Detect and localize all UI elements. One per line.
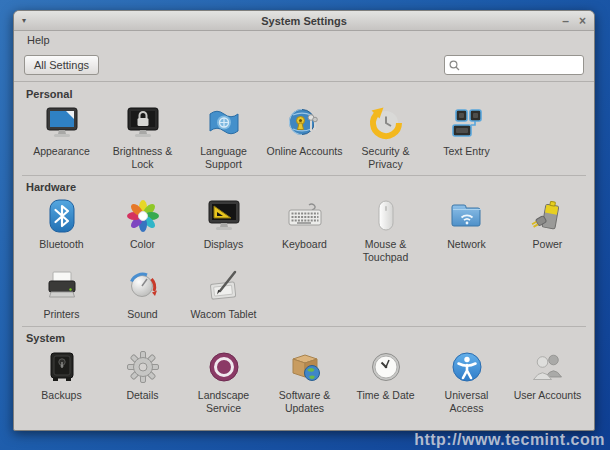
settings-item-label: Sound	[127, 308, 157, 321]
settings-item-label: Network	[447, 238, 486, 251]
settings-item-label: Language Support	[185, 145, 263, 170]
search-box[interactable]	[444, 55, 584, 75]
titlebar[interactable]: ▾ System Settings – ×	[14, 11, 594, 31]
personal-grid: Appearance Brightness & Lock	[14, 103, 594, 173]
section-divider	[22, 175, 586, 176]
settings-item-label: Mouse & Touchpad	[347, 238, 425, 263]
settings-item-online-accounts[interactable]: Online Accounts	[264, 103, 345, 170]
section-divider	[22, 326, 586, 327]
mouse-touchpad-icon	[366, 196, 406, 236]
backups-icon	[42, 347, 82, 387]
user-accounts-icon	[528, 347, 568, 387]
settings-item-appearance[interactable]: Appearance	[21, 103, 102, 170]
settings-item-network[interactable]: Network	[426, 196, 507, 263]
settings-item-label: Displays	[204, 238, 244, 251]
settings-item-landscape-service[interactable]: Landscape Service	[183, 347, 264, 414]
settings-item-color[interactable]: Color	[102, 196, 183, 263]
settings-item-security-privacy[interactable]: Security & Privacy	[345, 103, 426, 170]
settings-item-label: Time & Date	[357, 389, 415, 402]
settings-item-label: Wacom Tablet	[191, 308, 257, 321]
minimize-button[interactable]: –	[562, 15, 569, 27]
hardware-grid: Bluetooth	[14, 196, 594, 324]
settings-item-sound[interactable]: Sound	[102, 266, 183, 321]
power-icon	[528, 196, 568, 236]
settings-item-software-updates[interactable]: Software & Updates	[264, 347, 345, 414]
bluetooth-icon	[42, 196, 82, 236]
printers-icon	[42, 266, 82, 306]
settings-item-label: Details	[126, 389, 158, 402]
time-date-icon	[366, 347, 406, 387]
settings-item-mouse-touchpad[interactable]: Mouse & Touchpad	[345, 196, 426, 263]
displays-icon	[204, 196, 244, 236]
color-icon	[123, 196, 163, 236]
settings-item-label: Keyboard	[282, 238, 327, 251]
toolbar: All Settings	[14, 49, 594, 82]
sound-icon	[123, 266, 163, 306]
settings-item-label: Security & Privacy	[347, 145, 425, 170]
search-input[interactable]	[463, 58, 579, 72]
system-settings-window: ▾ System Settings – × Help All Settings …	[13, 10, 595, 431]
landscape-service-icon	[204, 347, 244, 387]
settings-item-printers[interactable]: Printers	[21, 266, 102, 321]
settings-item-label: User Accounts	[514, 389, 582, 402]
section-header-system: System	[26, 333, 594, 344]
keyboard-icon	[285, 196, 325, 236]
search-icon	[449, 60, 460, 71]
settings-item-backups[interactable]: Backups	[21, 347, 102, 414]
settings-item-text-entry[interactable]: Text Entry	[426, 103, 507, 170]
settings-item-label: Landscape Service	[185, 389, 263, 414]
settings-item-power[interactable]: Power	[507, 196, 588, 263]
software-updates-icon	[285, 347, 325, 387]
network-icon	[447, 196, 487, 236]
all-settings-button[interactable]: All Settings	[24, 55, 99, 75]
settings-item-label: Color	[130, 238, 155, 251]
window-title: System Settings	[14, 15, 594, 27]
settings-item-displays[interactable]: Displays	[183, 196, 264, 263]
settings-content: Personal Appearance	[14, 82, 594, 418]
text-entry-icon	[447, 103, 487, 143]
wacom-tablet-icon	[204, 266, 244, 306]
details-icon	[123, 347, 163, 387]
settings-item-language-support[interactable]: Language Support	[183, 103, 264, 170]
settings-item-label: Universal Access	[428, 389, 506, 414]
brightness-lock-icon	[123, 103, 163, 143]
settings-item-label: Brightness & Lock	[104, 145, 182, 170]
settings-item-details[interactable]: Details	[102, 347, 183, 414]
window-menu-icon[interactable]: ▾	[22, 16, 26, 25]
settings-item-bluetooth[interactable]: Bluetooth	[21, 196, 102, 263]
help-menu[interactable]: Help	[22, 33, 55, 47]
settings-item-label: Printers	[43, 308, 79, 321]
settings-item-universal-access[interactable]: Universal Access	[426, 347, 507, 414]
menubar: Help	[14, 31, 594, 49]
settings-item-brightness-lock[interactable]: Brightness & Lock	[102, 103, 183, 170]
section-header-personal: Personal	[26, 89, 594, 100]
settings-item-wacom-tablet[interactable]: Wacom Tablet	[183, 266, 264, 321]
settings-item-label: Text Entry	[443, 145, 490, 158]
watermark-text: http://www.tecmint.com	[414, 431, 605, 449]
settings-item-label: Online Accounts	[267, 145, 343, 158]
settings-item-user-accounts[interactable]: User Accounts	[507, 347, 588, 414]
language-support-icon	[204, 103, 244, 143]
settings-item-label: Software & Updates	[266, 389, 344, 414]
settings-item-label: Power	[533, 238, 563, 251]
security-privacy-icon	[366, 103, 406, 143]
online-accounts-icon	[285, 103, 325, 143]
settings-item-time-date[interactable]: Time & Date	[345, 347, 426, 414]
close-button[interactable]: ×	[579, 15, 586, 27]
appearance-icon	[42, 103, 82, 143]
desktop-background: { "window": { "title": "System Settings"…	[0, 0, 610, 450]
settings-item-label: Backups	[41, 389, 81, 402]
system-grid: Backups Details	[14, 347, 594, 417]
universal-access-icon	[447, 347, 487, 387]
settings-item-label: Bluetooth	[39, 238, 83, 251]
section-header-hardware: Hardware	[26, 182, 594, 193]
settings-item-label: Appearance	[33, 145, 90, 158]
settings-item-keyboard[interactable]: Keyboard	[264, 196, 345, 263]
